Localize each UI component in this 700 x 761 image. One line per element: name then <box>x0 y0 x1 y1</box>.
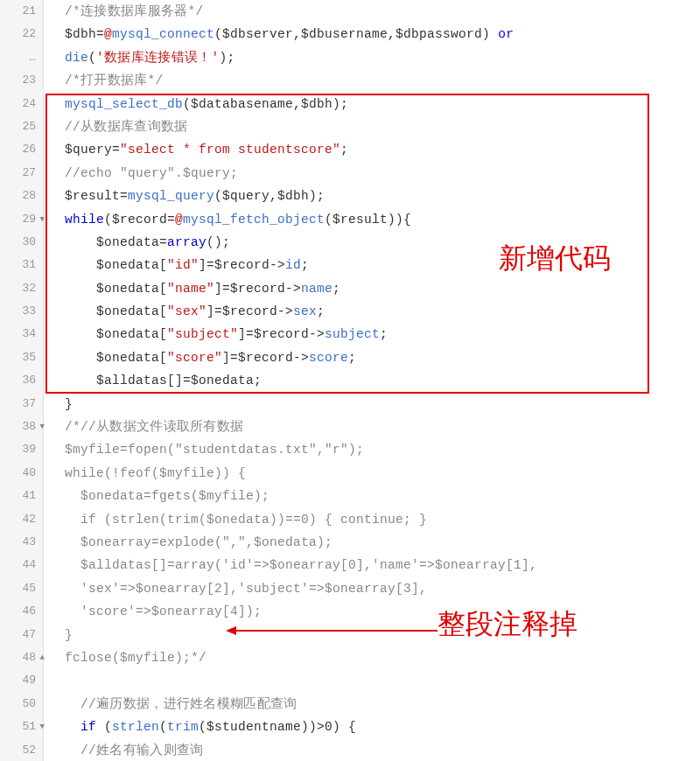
code-line[interactable]: $onedata["subject"]=$record->subject; <box>49 323 700 346</box>
code-line[interactable]: $myfile=fopen("studentdatas.txt","r"); <box>49 438 700 461</box>
line-number: 38▼ <box>0 415 43 438</box>
line-number: 42 <box>0 508 43 531</box>
code-line[interactable]: $dbh=@mysql_connect($dbserver,$dbusernam… <box>49 23 700 45</box>
line-number: 47 <box>0 624 43 646</box>
annotation-new-code: 新增代码 <box>499 240 611 278</box>
line-number: 23 <box>0 69 43 92</box>
line-number: 49 <box>0 669 43 692</box>
code-line[interactable]: //遍历数据，进行姓名模糊匹配查询 <box>49 693 700 716</box>
annotation-comment-out: 整段注释掉 <box>438 605 578 644</box>
code-line[interactable]: //echo "query".$query; <box>49 162 700 185</box>
code-line[interactable]: while($record=@mysql_fetch_object($resul… <box>49 208 700 231</box>
line-number: 24 <box>0 93 43 115</box>
code-editor: 2122…23242526272829▼303132333435363738▼3… <box>0 0 700 761</box>
code-line[interactable]: //姓名有输入则查询 <box>49 739 700 762</box>
line-number: 21 <box>0 0 43 23</box>
code-line[interactable]: $onedata["name"]=$record->name; <box>49 277 700 300</box>
code-line[interactable]: //从数据库查询数据 <box>49 115 700 138</box>
code-line[interactable]: $alldatas[]=array('id'=>$onearray[0],'na… <box>49 554 700 576</box>
line-number: 30 <box>0 231 43 254</box>
code-line[interactable]: } <box>49 624 700 646</box>
code-line[interactable]: $onedata["sex"]=$record->sex; <box>49 300 700 323</box>
line-number: 33 <box>0 300 43 323</box>
code-line[interactable]: die('数据库连接错误！'); <box>49 46 700 69</box>
line-number: 28 <box>0 185 43 207</box>
code-line[interactable]: mysql_select_db($databasename,$dbh); <box>49 93 700 115</box>
code-line[interactable]: /*打开数据库*/ <box>49 69 700 92</box>
code-line[interactable]: } <box>49 393 700 415</box>
line-number: 43 <box>0 531 43 554</box>
line-number: 45 <box>0 577 43 600</box>
line-number: 34 <box>0 323 43 346</box>
code-line[interactable]: while(!feof($myfile)) { <box>49 462 700 485</box>
code-line[interactable]: $result=mysql_query($query,$dbh); <box>49 185 700 207</box>
line-number: 50 <box>0 693 43 716</box>
code-line[interactable]: if (strlen(trim($studentname))>0) { <box>49 716 700 738</box>
code-line[interactable]: $onedata["score"]=$record->score; <box>49 346 700 369</box>
code-line[interactable]: $onedata=fgets($myfile); <box>49 485 700 507</box>
line-number: 26 <box>0 138 43 161</box>
line-number: 52 <box>0 739 43 762</box>
code-line[interactable]: fclose($myfile);*/ <box>49 646 700 669</box>
line-number: 27 <box>0 162 43 185</box>
code-line[interactable]: if (strlen(trim($onedata))==0) { continu… <box>49 508 700 531</box>
code-line[interactable]: $onearray=explode(",",$onedata); <box>49 531 700 554</box>
line-number: 41 <box>0 485 43 507</box>
line-number: 37 <box>0 393 43 415</box>
code-line[interactable]: /*//从数据文件读取所有数据 <box>49 415 700 438</box>
line-number: 22 <box>0 23 43 45</box>
code-area[interactable]: /*连接数据库服务器*/ $dbh=@mysql_connect($dbserv… <box>44 0 700 761</box>
line-number: … <box>0 46 43 69</box>
code-line[interactable] <box>49 669 700 692</box>
line-number: 31 <box>0 254 43 276</box>
code-line[interactable]: 'sex'=>$onearray[2],'subject'=>$onearray… <box>49 577 700 600</box>
code-line[interactable]: $alldatas[]=$onedata; <box>49 369 700 392</box>
line-number: 39 <box>0 438 43 461</box>
line-number: 51▼ <box>0 716 43 738</box>
line-number: 40 <box>0 462 43 485</box>
arrow-icon <box>228 630 438 632</box>
line-number: 44 <box>0 554 43 576</box>
line-number: 35 <box>0 346 43 369</box>
line-number: 29▼ <box>0 208 43 231</box>
code-line[interactable]: /*连接数据库服务器*/ <box>49 0 700 23</box>
line-number-gutter: 2122…23242526272829▼303132333435363738▼3… <box>0 0 44 761</box>
line-number: 48▲ <box>0 646 43 669</box>
line-number: 46 <box>0 600 43 623</box>
code-line[interactable]: $query="select * from studentscore"; <box>49 138 700 161</box>
line-number: 25 <box>0 115 43 138</box>
line-number: 36 <box>0 369 43 392</box>
line-number: 32 <box>0 277 43 300</box>
code-line[interactable]: 'score'=>$onearray[4]); <box>49 600 700 623</box>
